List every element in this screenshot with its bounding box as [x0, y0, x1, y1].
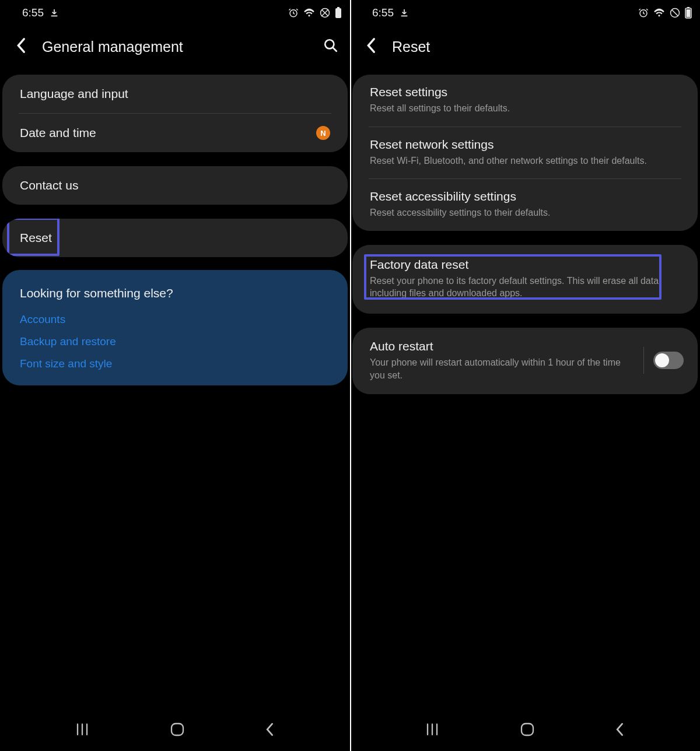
back-button[interactable] [366, 37, 377, 56]
page-title: General management [42, 38, 308, 55]
svg-line-12 [672, 10, 678, 16]
status-bar: 6:55 [0, 0, 350, 26]
auto-restart-toggle[interactable] [653, 352, 684, 369]
title: Factory data reset [370, 258, 680, 272]
card-group-3: Reset [2, 219, 348, 257]
card-factory-reset: Factory data reset Reset your phone to i… [352, 245, 698, 314]
page-title: Reset [392, 38, 688, 55]
nav-recents[interactable] [75, 723, 89, 736]
link-font-size[interactable]: Font size and style [20, 357, 330, 370]
svg-rect-9 [172, 724, 183, 735]
nav-bar [0, 714, 350, 751]
row-language-input[interactable]: Language and input [2, 75, 348, 113]
subtitle: Reset accessibility settings to their de… [370, 206, 680, 219]
title: Auto restart [370, 339, 634, 353]
card-auto-restart: Auto restart Your phone will restart aut… [352, 328, 698, 394]
battery-icon [335, 7, 342, 19]
notification-badge: N [316, 126, 330, 140]
svg-rect-15 [687, 7, 690, 8]
nav-bar [350, 714, 700, 751]
toggle-separator [643, 347, 644, 374]
svg-rect-19 [522, 724, 533, 735]
card-reset-group: Reset settings Reset all settings to the… [352, 75, 698, 231]
subtitle: Reset Wi-Fi, Bluetooth, and other networ… [370, 155, 680, 167]
svg-rect-4 [337, 7, 340, 8]
row-contact-us[interactable]: Contact us [2, 166, 348, 205]
alarm-icon [288, 8, 299, 18]
subtitle: Your phone will restart automatically wi… [370, 356, 634, 381]
download-icon [50, 8, 59, 17]
title: Reset network settings [370, 138, 680, 152]
download-icon [400, 8, 409, 17]
row-factory-reset[interactable]: Factory data reset Reset your phone to i… [352, 245, 698, 314]
link-accounts[interactable]: Accounts [20, 313, 330, 326]
status-time: 6:55 [372, 6, 394, 19]
nav-home[interactable] [170, 722, 185, 737]
row-reset-network[interactable]: Reset network settings Reset Wi-Fi, Blue… [352, 127, 698, 179]
row-reset[interactable]: Reset [2, 219, 348, 257]
phone-left: 6:55 General management Language and inp… [0, 0, 350, 751]
info-heading: Looking for something else? [20, 286, 330, 300]
toggle-knob [655, 353, 669, 367]
wifi-icon [303, 8, 315, 17]
no-data-icon [320, 8, 330, 18]
search-button[interactable] [323, 38, 338, 55]
header: Reset [350, 26, 700, 68]
card-group-1: Language and input Date and time N [2, 75, 348, 152]
header: General management [0, 26, 350, 68]
label: Contact us [20, 178, 78, 192]
title: Reset accessibility settings [370, 189, 680, 203]
label: Date and time [20, 126, 96, 140]
nav-back[interactable] [265, 722, 275, 736]
subtitle: Reset all settings to their defaults. [370, 102, 680, 115]
card-group-2: Contact us [2, 166, 348, 205]
nav-recents[interactable] [425, 723, 439, 736]
status-time: 6:55 [22, 6, 44, 19]
link-backup-restore[interactable]: Backup and restore [20, 335, 330, 348]
alarm-icon [638, 8, 649, 18]
row-reset-accessibility[interactable]: Reset accessibility settings Reset acces… [352, 179, 698, 231]
subtitle: Reset your phone to its factory default … [370, 275, 680, 300]
info-card: Looking for something else? Accounts Bac… [2, 270, 348, 385]
title: Reset settings [370, 85, 680, 99]
back-button[interactable] [16, 37, 27, 56]
svg-rect-14 [687, 9, 691, 17]
row-date-time[interactable]: Date and time N [2, 114, 348, 152]
row-auto-restart[interactable]: Auto restart Your phone will restart aut… [352, 328, 698, 394]
svg-rect-3 [335, 8, 341, 18]
no-data-icon [670, 8, 680, 18]
screenshot-divider [350, 0, 351, 751]
row-reset-settings[interactable]: Reset settings Reset all settings to the… [352, 75, 698, 127]
status-bar: 6:55 [350, 0, 700, 26]
battery-icon [685, 7, 692, 19]
nav-home[interactable] [520, 722, 535, 737]
label: Language and input [20, 87, 128, 101]
nav-back[interactable] [615, 722, 625, 736]
phone-right: 6:55 Reset Reset settings Reset all sett… [350, 0, 700, 751]
wifi-icon [653, 8, 665, 17]
label: Reset [20, 231, 52, 245]
